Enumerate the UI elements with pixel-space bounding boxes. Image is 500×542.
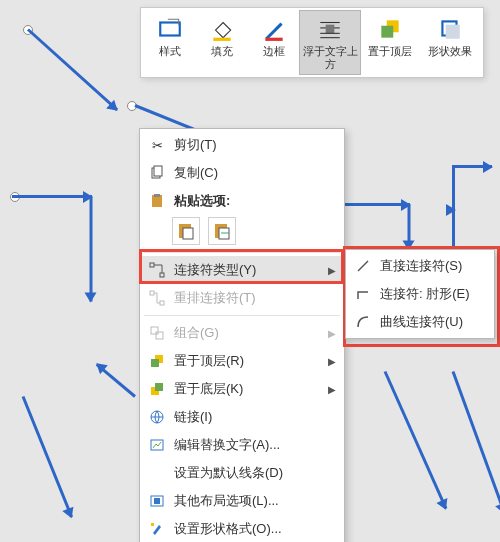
menu-label: 链接(I)	[174, 408, 336, 426]
svg-rect-9	[381, 26, 393, 38]
arrow-line	[345, 203, 410, 206]
fill-icon	[209, 16, 235, 42]
toolbar-bring-front[interactable]: 置于顶层	[360, 11, 420, 74]
svg-rect-23	[160, 301, 164, 305]
toolbar-label: 样式	[146, 45, 194, 58]
send-back-icon	[146, 381, 168, 397]
menu-label: 置于底层(K)	[174, 380, 328, 398]
svg-rect-5	[326, 25, 335, 34]
svg-rect-0	[160, 23, 180, 36]
toolbar-label: 边框	[250, 45, 298, 58]
menu-label: 剪切(T)	[174, 136, 336, 154]
svg-rect-34	[151, 523, 154, 526]
format-shape-icon	[146, 521, 168, 537]
submenu-label: 直接连接符(S)	[380, 257, 486, 275]
svg-rect-27	[151, 359, 159, 367]
menu-alt-text[interactable]: 编辑替换文字(A)...	[140, 431, 344, 459]
menu-paste-heading: 粘贴选项:	[140, 187, 344, 215]
straight-connector-icon	[352, 258, 374, 274]
svg-rect-29	[155, 383, 163, 391]
group-icon	[146, 325, 168, 341]
arrow-line	[452, 165, 455, 255]
connector-type-submenu: 直接连接符(S) 连接符: 肘形(E) 曲线连接符(U)	[345, 249, 495, 339]
arrow-line	[90, 197, 93, 302]
menu-label: 粘贴选项:	[174, 192, 336, 210]
paste-options	[140, 215, 344, 249]
toolbar-label: 形状效果	[422, 45, 478, 58]
menu-reroute: 重排连接符(T)	[140, 284, 344, 312]
paste-icon	[146, 193, 168, 209]
paste-option-2[interactable]	[208, 217, 236, 245]
menu-label: 设置形状格式(O)...	[174, 520, 336, 538]
menu-label: 设置为默认线条(D)	[174, 464, 336, 482]
svg-rect-25	[156, 332, 163, 339]
menu-label: 其他布局选项(L)...	[174, 492, 336, 510]
arrow-line	[22, 396, 73, 518]
svg-rect-24	[151, 327, 158, 334]
menu-group: 组合(G) ▶	[140, 319, 344, 347]
chevron-right-icon: ▶	[328, 384, 336, 395]
menu-connector-type[interactable]: 连接符类型(Y) ▶	[140, 256, 344, 284]
chevron-right-icon: ▶	[328, 356, 336, 367]
submenu-straight[interactable]: 直接连接符(S)	[346, 252, 494, 280]
menu-label: 连接符类型(Y)	[174, 261, 328, 279]
svg-rect-17	[183, 228, 193, 239]
toolbar-effects[interactable]: 形状效果	[420, 11, 480, 74]
bring-front-icon	[377, 16, 403, 42]
separator	[144, 252, 340, 253]
mini-toolbar: 样式 填充 边框 浮于文字上方 置于顶层 形状效果	[140, 7, 484, 78]
arrow-line	[12, 195, 92, 198]
copy-icon	[146, 165, 168, 181]
svg-rect-33	[154, 498, 160, 504]
submenu-elbow[interactable]: 连接符: 肘形(E)	[346, 280, 494, 308]
menu-label: 编辑替换文字(A)...	[174, 436, 336, 454]
curved-connector-icon	[352, 314, 374, 330]
chevron-right-icon: ▶	[328, 328, 336, 339]
svg-rect-11	[446, 25, 460, 39]
wrap-icon	[317, 16, 343, 42]
menu-default-line[interactable]: 设置为默认线条(D)	[140, 459, 344, 487]
menu-label: 组合(G)	[174, 324, 328, 342]
submenu-curved[interactable]: 曲线连接符(U)	[346, 308, 494, 336]
toolbar-fill[interactable]: 填充	[196, 11, 248, 74]
menu-label: 重排连接符(T)	[174, 289, 336, 307]
separator	[144, 315, 340, 316]
menu-label: 置于顶层(R)	[174, 352, 328, 370]
cut-icon: ✂	[146, 138, 168, 153]
menu-more-layout[interactable]: 其他布局选项(L)...	[140, 487, 344, 515]
menu-cut[interactable]: ✂ 剪切(T)	[140, 131, 344, 159]
paste-option-1[interactable]	[172, 217, 200, 245]
context-menu: ✂ 剪切(T) 复制(C) 粘贴选项: 连接符类型(Y) ▶ 重排连接符(T)	[139, 128, 345, 542]
menu-bring-front[interactable]: 置于顶层(R) ▶	[140, 347, 344, 375]
arrow-line	[408, 205, 411, 250]
arrow-line	[27, 28, 118, 111]
arrow-line	[96, 363, 136, 397]
arrow-line	[452, 371, 500, 513]
toolbar-style[interactable]: 样式	[144, 11, 196, 74]
submenu-label: 连接符: 肘形(E)	[380, 285, 486, 303]
menu-send-back[interactable]: 置于底层(K) ▶	[140, 375, 344, 403]
connector-type-icon	[146, 262, 168, 278]
menu-copy[interactable]: 复制(C)	[140, 159, 344, 187]
elbow-connector-icon	[352, 286, 374, 302]
submenu-label: 曲线连接符(U)	[380, 313, 486, 331]
menu-label: 复制(C)	[174, 164, 336, 182]
reroute-icon	[146, 290, 168, 306]
menu-link[interactable]: 链接(I)	[140, 403, 344, 431]
menu-format-shape[interactable]: 设置形状格式(O)...	[140, 515, 344, 542]
svg-rect-1	[213, 38, 230, 41]
alt-text-icon	[146, 437, 168, 453]
toolbar-label: 浮于文字上方	[302, 45, 358, 70]
bring-front-icon	[146, 353, 168, 369]
layout-icon	[146, 493, 168, 509]
toolbar-outline[interactable]: 边框	[248, 11, 300, 74]
arrow-line	[452, 165, 492, 168]
toolbar-label: 填充	[198, 45, 246, 58]
svg-rect-22	[150, 291, 154, 295]
arrow-line	[384, 371, 448, 509]
link-icon	[146, 409, 168, 425]
style-icon	[157, 16, 183, 42]
toolbar-wrap-text[interactable]: 浮于文字上方	[299, 10, 361, 75]
svg-rect-2	[265, 38, 282, 41]
svg-rect-21	[160, 273, 164, 277]
